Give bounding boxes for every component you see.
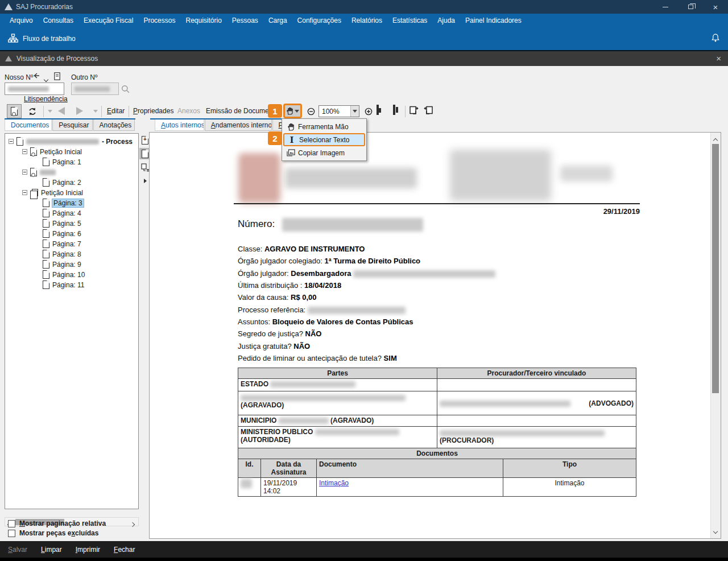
scrollbar-thumb[interactable] xyxy=(712,144,719,393)
note-icon[interactable] xyxy=(54,72,60,82)
next-document-button[interactable] xyxy=(408,105,420,118)
tab-pesquisar[interactable]: Pesquisar xyxy=(52,119,92,131)
tree-item-pagina-6[interactable]: Página: 6 xyxy=(9,228,138,238)
checkbox-box[interactable] xyxy=(8,530,15,537)
viewer-vertical-scrollbar[interactable] xyxy=(710,133,721,538)
menu-estatisticas[interactable]: Estatísticas xyxy=(387,16,432,24)
tab-documentos[interactable]: Documentos xyxy=(5,119,52,131)
tree-item-pagina-11[interactable]: Página: 11 xyxy=(9,279,138,290)
tree-item-peticao-inicial-1[interactable]: Petição Inicial xyxy=(9,146,138,156)
zoom-combo-dropdown-button[interactable] xyxy=(350,106,359,117)
nosso-numero-input[interactable] xyxy=(5,82,64,95)
scroll-down-icon[interactable] xyxy=(714,527,717,535)
step-2-badge: 2 xyxy=(268,131,282,145)
menu-configuracoes[interactable]: Configurações xyxy=(292,16,346,24)
zoom-in-button[interactable] xyxy=(365,108,373,117)
propriedades-button[interactable]: Propriedades xyxy=(133,107,173,115)
tree-item-pagina-7[interactable]: Página: 7 xyxy=(9,238,138,249)
fit-width-button[interactable] xyxy=(377,105,379,115)
outro-numero-input[interactable] xyxy=(71,82,119,95)
editar-button[interactable]: Editar xyxy=(107,107,125,115)
redacted-nosso-numero xyxy=(8,86,49,92)
menu-item-ferramenta-mao[interactable]: Ferramenta Mão xyxy=(283,120,365,133)
litispendencia-link[interactable]: Litispendência xyxy=(24,95,68,103)
search-icon[interactable] xyxy=(121,85,130,95)
table-row: 19/11/2019 14:02 Intimação Intimação xyxy=(238,478,636,497)
hand-tool-dropdown-button[interactable] xyxy=(283,104,302,118)
tree-item-pagina-8[interactable]: Página: 8 xyxy=(9,249,138,259)
restore-button[interactable] xyxy=(678,0,703,14)
next-page-button[interactable] xyxy=(76,107,83,115)
previous-document-button[interactable] xyxy=(423,105,434,118)
close-button[interactable]: × xyxy=(703,0,728,14)
workflow-button[interactable]: Fluxo de trabalho xyxy=(5,31,79,46)
tree-item-pagina-4[interactable]: Página: 4 xyxy=(9,208,138,218)
sealed-document-icon xyxy=(30,168,37,176)
page-icon xyxy=(43,199,49,207)
undo-icon[interactable] xyxy=(32,72,41,82)
page-icon xyxy=(43,250,49,258)
checkbox-label: Mostrar peças excluídas xyxy=(19,529,98,537)
menu-item-copiar-imagem[interactable]: Copiar Imagem xyxy=(283,146,365,159)
documentos-table: Documentos Id. Data da Assinatura Docume… xyxy=(238,448,636,497)
inner-window-close-button[interactable]: × xyxy=(716,54,721,63)
next-document-icon xyxy=(408,105,420,117)
notifications-button[interactable] xyxy=(711,33,720,44)
zoom-out-button[interactable] xyxy=(307,108,315,117)
tree-item-peticao-inicial-2[interactable]: Petição Inicial xyxy=(9,187,138,197)
prev-dropdown-icon[interactable] xyxy=(48,110,52,113)
minimize-button[interactable] xyxy=(653,0,678,14)
previous-page-button[interactable] xyxy=(58,107,65,115)
menu-item-selecionar-texto[interactable]: I Selecionar Texto xyxy=(283,133,365,146)
inner-window-logo-icon xyxy=(5,56,12,61)
tree-item-redacted-doc[interactable] xyxy=(9,167,138,177)
menu-consultas[interactable]: Consultas xyxy=(38,16,78,24)
bookmark-tool-button[interactable] xyxy=(7,104,22,118)
menu-ajuda[interactable]: Ajuda xyxy=(432,16,460,24)
limpar-button[interactable]: Limpar xyxy=(41,546,62,554)
checkbox-pecas-excluidas[interactable]: Mostrar peças excluídas xyxy=(8,529,98,537)
imprimir-button[interactable]: Imprimir xyxy=(76,546,100,554)
scroll-up-icon[interactable] xyxy=(714,136,717,144)
collapse-icon[interactable] xyxy=(22,190,27,195)
tab-autos-internos[interactable]: Autos internos xyxy=(155,119,204,131)
collapse-icon[interactable] xyxy=(9,139,14,144)
refresh-button[interactable] xyxy=(25,104,40,118)
redacted-process-ref xyxy=(308,307,406,314)
tab-anotacoes[interactable]: Anotações xyxy=(93,119,135,131)
menu-pessoas[interactable]: Pessoas xyxy=(227,16,263,24)
nosso-numero-label: Nosso Nº xyxy=(5,73,33,81)
redacted-judge-name xyxy=(353,270,495,278)
checkbox-paginacao-relativa[interactable]: Mostrar paginação relativa xyxy=(8,519,106,527)
tree-item-pagina-10[interactable]: Página: 10 xyxy=(9,269,138,279)
tab-andamentos-internos[interactable]: Andamentos internos xyxy=(205,119,272,131)
fit-page-button[interactable] xyxy=(393,105,395,115)
salvar-button: Salvar xyxy=(8,546,27,554)
menu-arquivo[interactable]: Arquivo xyxy=(5,16,38,24)
menu-processos[interactable]: Processos xyxy=(138,16,180,24)
window-title: SAJ Procuradorias xyxy=(16,3,73,11)
tree-item-pagina-9[interactable]: Página: 9 xyxy=(9,259,138,269)
tree-item-pagina-3[interactable]: Página: 3 xyxy=(9,197,138,208)
scroll-right-icon[interactable] xyxy=(131,520,134,528)
collapse-icon[interactable] xyxy=(22,149,27,154)
menu-relatorios[interactable]: Relatórios xyxy=(346,16,387,24)
zoom-level-combobox[interactable]: 100% xyxy=(318,105,359,117)
main-content: Nosso Nº Outro Nº Litispendência Editar … xyxy=(0,66,728,541)
collapse-icon[interactable] xyxy=(22,170,27,175)
menu-painel-indicadores[interactable]: Painel Indicadores xyxy=(460,16,527,24)
documento-link[interactable]: Intimação xyxy=(319,479,349,487)
document-viewer[interactable]: 29/11/2019 Número: Classe: AGRAVO DE INS… xyxy=(149,132,721,539)
fechar-button[interactable]: Fechar xyxy=(114,546,135,554)
checkbox-box[interactable] xyxy=(8,520,15,527)
menu-execucao-fiscal[interactable]: Execução Fiscal xyxy=(78,16,138,24)
menu-carga[interactable]: Carga xyxy=(263,16,292,24)
chevron-down-icon[interactable] xyxy=(44,75,48,83)
tree-item-pagina-5[interactable]: Página: 5 xyxy=(9,218,138,228)
zoom-in-icon xyxy=(365,108,373,116)
tree-item-pagina-2[interactable]: Página: 2 xyxy=(9,177,138,187)
tree-root-process[interactable]: - Process xyxy=(9,136,138,146)
tree-item-pagina-1[interactable]: Página: 1 xyxy=(9,156,138,167)
next-dropdown-icon[interactable] xyxy=(93,110,98,113)
menu-requisitorio[interactable]: Requisitório xyxy=(180,16,226,24)
